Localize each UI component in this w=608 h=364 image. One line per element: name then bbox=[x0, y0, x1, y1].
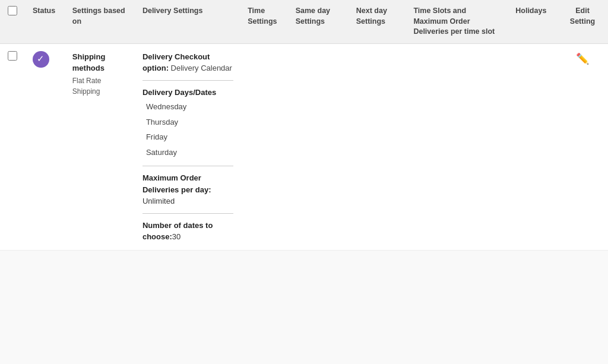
settings-table-wrapper: Status Settings based on Delivery Settin… bbox=[0, 0, 608, 251]
header-time-settings-col: Time Settings bbox=[240, 0, 289, 43]
num-dates-section: Number of dates to choose:30 bbox=[142, 220, 233, 243]
header-status-col: Status bbox=[26, 0, 65, 43]
delivery-days-label: Delivery Days/Dates bbox=[142, 87, 233, 99]
table-row: ✓ Shipping methods Flat Rate Shipping De… bbox=[0, 43, 608, 250]
num-dates-value: 30 bbox=[172, 232, 180, 241]
row-edit-cell: ✏️ bbox=[557, 43, 608, 250]
delivery-day-item: Wednesday bbox=[142, 99, 233, 115]
row-next-day-cell bbox=[349, 43, 407, 250]
max-order-value: Unlimited bbox=[142, 197, 175, 205]
row-time-slots-cell bbox=[406, 43, 508, 250]
header-checkbox[interactable] bbox=[8, 6, 17, 15]
header-checkbox-col bbox=[0, 0, 26, 43]
delivery-day-item: Thursday bbox=[142, 115, 233, 130]
settings-table: Status Settings based on Delivery Settin… bbox=[0, 0, 608, 251]
settings-based-sub: Flat Rate Shipping bbox=[72, 75, 128, 97]
settings-based-label: Shipping methods bbox=[72, 51, 128, 74]
header-next-day-col: Next day Settings bbox=[349, 0, 407, 43]
delivery-day-item: Friday bbox=[142, 129, 233, 145]
table-header-row: Status Settings based on Delivery Settin… bbox=[0, 0, 608, 43]
row-delivery-settings-cell: Delivery Checkout option: Delivery Calen… bbox=[135, 43, 240, 250]
delivery-day-item: Saturday bbox=[142, 145, 233, 160]
header-same-day-col: Same day Settings bbox=[289, 0, 349, 43]
row-status-cell: ✓ bbox=[26, 43, 65, 250]
row-same-day-cell bbox=[289, 43, 349, 250]
header-settings-based-col: Settings based on bbox=[65, 0, 135, 43]
header-edit-col: Edit Setting bbox=[557, 0, 608, 43]
header-delivery-settings-col: Delivery Settings bbox=[135, 0, 240, 43]
header-holidays-col: Holidays bbox=[508, 0, 557, 43]
row-settings-based-cell: Shipping methods Flat Rate Shipping bbox=[65, 43, 135, 250]
row-checkbox[interactable] bbox=[8, 51, 17, 61]
max-order-section: Maximum Order Deliveries per day: Unlimi… bbox=[142, 172, 233, 207]
row-checkbox-cell bbox=[0, 43, 26, 250]
max-order-label: Maximum Order Deliveries per day: bbox=[142, 173, 211, 194]
delivery-checkout-value: Delivery Calendar bbox=[171, 64, 232, 72]
delivery-checkout-label: Delivery Checkout option: Delivery Calen… bbox=[142, 51, 233, 74]
header-time-slots-col: Time Slots and Maximum Order Deliveries … bbox=[406, 0, 508, 43]
status-check-icon: ✓ bbox=[33, 51, 49, 68]
row-time-settings-cell bbox=[240, 43, 289, 250]
row-holidays-cell bbox=[508, 43, 557, 250]
edit-icon[interactable]: ✏️ bbox=[576, 53, 589, 65]
